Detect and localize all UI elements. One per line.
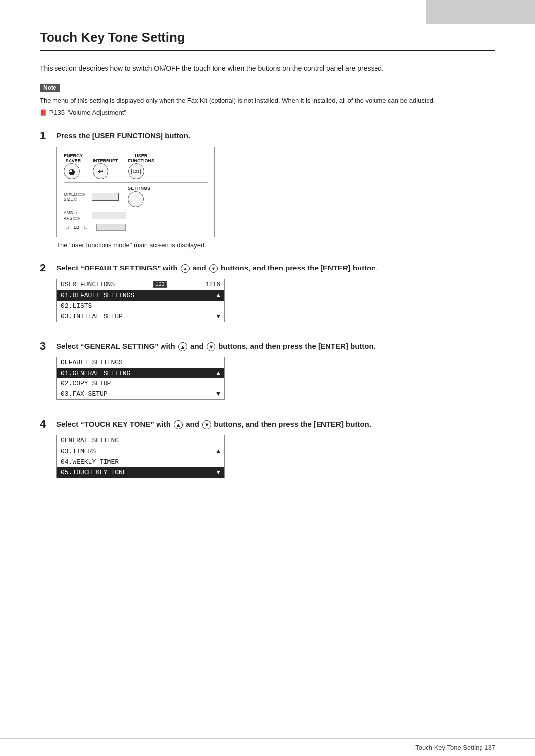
ams-label: AMS □□- xyxy=(64,210,88,215)
step-2-title: Select “DEFAULT SETTINGS” with ▲ and ▼ b… xyxy=(56,263,495,274)
book-icon: 📕 xyxy=(40,109,47,116)
lcd-screen-4: GENERAL SETTING 03.TIMERS ▲ 04.WEEKLY TI… xyxy=(56,435,225,478)
step-2: 2 Select “DEFAULT SETTINGS” with ▲ and ▼… xyxy=(40,263,495,327)
step-3-title: Select “GENERAL SETTING” with ▲ and ▼ bu… xyxy=(56,341,495,352)
intro-text: This section describes how to switch ON/… xyxy=(40,63,495,74)
lcd-row-4-0: 03.TIMERS ▲ xyxy=(57,446,224,457)
user-functions-label: USERFUNCTIONS xyxy=(128,153,155,164)
step-1-title: Press the [USER FUNCTIONS] button. xyxy=(56,130,495,142)
step-4: 4 Select “TOUCH KEY TONE” with ▲ and ▼ b… xyxy=(40,419,495,483)
lcd-badge-2: 123 xyxy=(153,281,167,288)
ld-right-box: □ xyxy=(84,225,87,230)
up-arrow-icon-2: ▲ xyxy=(181,264,190,273)
step-2-number: 2 xyxy=(40,262,56,274)
energy-saver-label: ENERGYSAVER xyxy=(64,153,83,164)
down-arrow-icon-2: ▼ xyxy=(209,264,218,273)
step-3-content: Select “GENERAL SETTING” with ▲ and ▼ bu… xyxy=(56,341,495,405)
ld-label: LD xyxy=(73,225,79,230)
step-4-content: Select “TOUCH KEY TONE” with ▲ and ▼ but… xyxy=(56,419,495,483)
lcd-header-3: DEFAULT SETTINGS xyxy=(57,357,224,368)
control-panel-image: ENERGYSAVER ◕ INTERRUPT ↩ USERFUNCTIONS … xyxy=(56,147,215,237)
123-badge: 123 xyxy=(131,169,141,174)
lcd-screen-3: DEFAULT SETTINGS 01.GENERAL SETTING ▲ 02… xyxy=(56,357,225,400)
energy-saver-btn: ◕ xyxy=(64,163,80,179)
lcd-row-4-2: 05.TOUCH KEY TONE ▼ xyxy=(57,467,224,478)
lcd-row-3-1: 02.COPY SETUP xyxy=(57,378,224,389)
header-bar xyxy=(426,0,535,24)
down-arrow-icon-4: ▼ xyxy=(202,420,211,429)
footer-text: Touch Key Tone Setting 137 xyxy=(415,744,495,751)
step-1-number: 1 xyxy=(40,129,56,142)
note-label: Note xyxy=(40,84,60,92)
ld-btn xyxy=(96,224,126,231)
ld-left-box: □ xyxy=(66,225,68,230)
lcd-row-2-2: 03.INITIAL SETUP ▼ xyxy=(57,311,224,322)
bottom-row: □ LD □ xyxy=(64,224,208,231)
lcd-row-4-1: 04.WEEKLY TIMER xyxy=(57,457,224,467)
lcd-row-2-1: 02.LISTS xyxy=(57,301,224,311)
ams-aps-btn xyxy=(92,212,126,219)
interrupt-btn: ↩ xyxy=(93,163,108,179)
settings-label: SETTINGS xyxy=(128,186,150,191)
step-1-caption: The "user functions mode" main screen is… xyxy=(56,241,495,249)
footer: Touch Key Tone Setting 137 xyxy=(0,738,535,756)
mixed-size-label: MIXED □□- xyxy=(64,192,88,197)
note-ref: 📕 P.135 "Volume Adjustment" xyxy=(40,109,495,116)
step-4-title: Select “TOUCH KEY TONE” with ▲ and ▼ but… xyxy=(56,419,495,430)
down-arrow-icon-3: ▼ xyxy=(207,342,215,351)
step-2-content: Select “DEFAULT SETTINGS” with ▲ and ▼ b… xyxy=(56,263,495,327)
settings-btn xyxy=(128,191,144,207)
page-title: Touch Key Tone Setting xyxy=(40,30,495,51)
step-3-number: 3 xyxy=(40,340,56,353)
lcd-screen-2: USER FUNCTIONS 123 1216 01.DEFAULT SETTI… xyxy=(56,279,225,322)
interrupt-label: INTERRUPT xyxy=(93,158,118,163)
lcd-row-2-0: 01.DEFAULT SETTINGS ▲ xyxy=(57,290,224,301)
lcd-header-4: GENERAL SETTING xyxy=(57,435,224,446)
mixed-size-btn xyxy=(92,193,119,201)
up-arrow-icon-4: ▲ xyxy=(174,420,183,429)
user-functions-btn: 123 xyxy=(128,163,144,179)
up-arrow-icon-3: ▲ xyxy=(178,342,187,351)
step-1-content: Press the [USER FUNCTIONS] button. ENERG… xyxy=(56,130,495,249)
step-4-number: 4 xyxy=(40,418,56,431)
step-3: 3 Select “GENERAL SETTING” with ▲ and ▼ … xyxy=(40,341,495,405)
step-1: 1 Press the [USER FUNCTIONS] button. ENE… xyxy=(40,130,495,249)
aps-label: APS □□- xyxy=(64,216,88,221)
lcd-header-2: USER FUNCTIONS 123 1216 xyxy=(57,279,224,290)
lcd-row-3-0: 01.GENERAL SETTING ▲ xyxy=(57,368,224,378)
note-text: The menu of this setting is displayed on… xyxy=(40,96,495,106)
lcd-row-3-2: 03.FAX SETUP ▼ xyxy=(57,389,224,399)
